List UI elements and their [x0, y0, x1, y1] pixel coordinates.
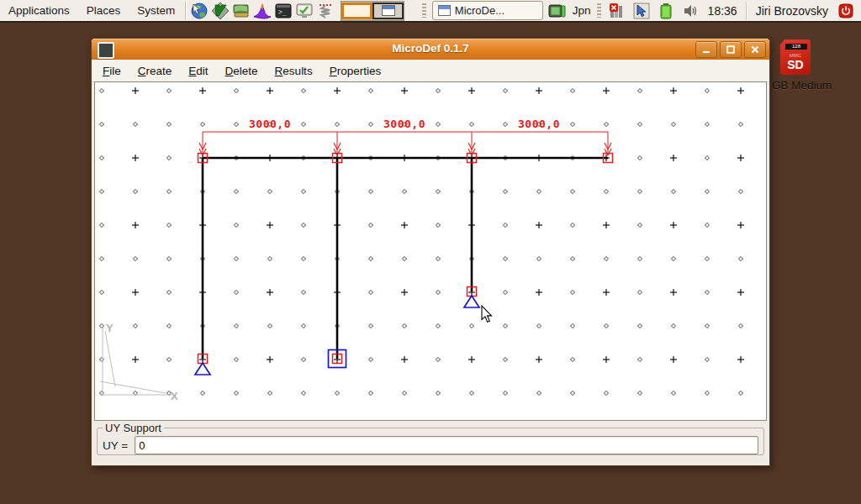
svg-text:X: X [171, 390, 178, 402]
applet-handle[interactable] [422, 3, 426, 18]
panel-left-group: Applications Places System [0, 0, 404, 21]
uy-field-label: UY = [103, 439, 128, 452]
spring-model-icon[interactable] [314, 1, 335, 21]
terminal-icon[interactable]: >_ [272, 1, 293, 21]
window-list-button[interactable]: MicroDe... [432, 1, 543, 20]
applet-handle-2[interactable] [597, 3, 601, 18]
workspace-window-thumb [382, 5, 395, 16]
structure-nodes [198, 154, 613, 364]
axes-indicator: YX [100, 322, 178, 402]
keyboard-indicator-icon[interactable] [547, 1, 568, 21]
documentation-icon[interactable] [230, 1, 251, 21]
battery-icon[interactable] [656, 1, 677, 21]
workspace-switcher[interactable] [341, 1, 404, 21]
svg-text:3000,0: 3000,0 [249, 118, 291, 130]
menu-delete[interactable]: Delete [217, 61, 267, 81]
user-menu[interactable]: Jiri Brozovsky [753, 4, 831, 18]
sd-card-size: 128 [785, 44, 807, 50]
window-thumb-icon [438, 5, 451, 16]
network-monitor-icon[interactable] [607, 1, 628, 21]
power-button-icon[interactable] [835, 1, 856, 21]
window-title: MicroDef 0.1.7 [92, 42, 769, 55]
workspace-1[interactable] [341, 3, 372, 19]
maximize-button[interactable] [720, 41, 742, 58]
panel-separator [185, 2, 187, 20]
menu-properties[interactable]: Properties [321, 61, 390, 81]
mouse-pointer-icon[interactable] [631, 1, 652, 21]
keyboard-layout-label[interactable]: Jpn [573, 4, 591, 17]
menu-applications[interactable]: Applications [0, 2, 78, 19]
uy-support-group: UY Support UY = [97, 422, 764, 455]
property-panel: UY Support UY = [92, 421, 769, 465]
sd-card-icon[interactable]: 128 MMC SD [780, 39, 811, 75]
svg-text:>_: >_ [278, 8, 287, 16]
gnuplot-icon[interactable] [251, 1, 272, 21]
svg-text:Y: Y [106, 322, 114, 334]
minimize-button[interactable] [695, 41, 717, 58]
menu-edit[interactable]: Edit [180, 61, 216, 81]
panel-separator-2 [746, 2, 747, 20]
menubar: FileCreateEditDeleteResultsProperties [92, 60, 769, 82]
web-browser-icon[interactable] [188, 1, 209, 21]
menu-file[interactable]: File [94, 61, 129, 81]
dimension-lines: 3000,03000,03000,0 [199, 118, 611, 155]
svg-text:3000,0: 3000,0 [518, 118, 560, 130]
close-button[interactable] [744, 41, 766, 58]
menu-system[interactable]: System [129, 2, 183, 19]
menu-create[interactable]: Create [129, 61, 181, 81]
window-list-label: MicroDe... [455, 4, 504, 17]
grid [99, 87, 744, 396]
clock[interactable]: 18:36 [705, 4, 740, 18]
menu-places[interactable]: Places [78, 2, 129, 19]
uy-input[interactable] [135, 436, 758, 454]
workspace-2[interactable] [372, 3, 404, 19]
microdef-window: MicroDef 0.1.7 FileCreateEditDeleteResul… [91, 38, 770, 466]
volume-icon[interactable] [680, 1, 701, 21]
structure-members [203, 158, 608, 359]
system-tray [607, 1, 701, 21]
top-panel: Applications Places System [0, 0, 861, 23]
menu-results[interactable]: Results [267, 61, 321, 81]
titlebar[interactable]: MicroDef 0.1.7 [92, 39, 769, 60]
uy-support-legend: UY Support [103, 422, 164, 434]
system-monitor-icon[interactable] [293, 1, 314, 21]
mouse-cursor [482, 306, 492, 322]
gvim-icon[interactable] [209, 1, 230, 21]
sd-card-type: SD [780, 59, 811, 71]
svg-text:3000,0: 3000,0 [383, 118, 425, 130]
panel-right-group: MicroDe... Jpn [420, 0, 861, 21]
drawing-canvas[interactable]: 3000,03000,03000,0YX [94, 81, 767, 421]
